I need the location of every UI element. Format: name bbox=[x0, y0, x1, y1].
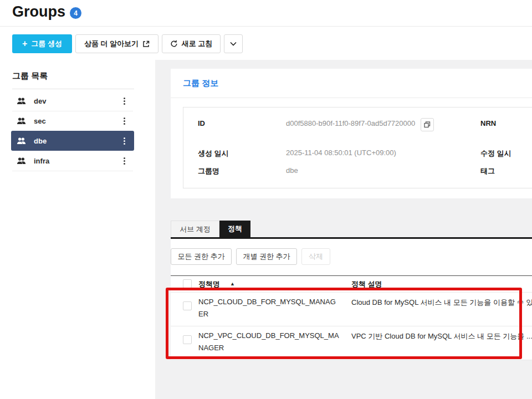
row-separator bbox=[171, 292, 532, 293]
group-info-card: 그룹 정보 ID d00f5880-b90f-11f0-89f7-0ad5d77… bbox=[171, 69, 532, 198]
page-title: Groups bbox=[12, 3, 65, 21]
modified-label: 수정 일시 bbox=[480, 149, 511, 158]
group-icon bbox=[17, 156, 26, 166]
group-list-title: 그룹 목록 bbox=[12, 71, 48, 81]
select-all-checkbox[interactable] bbox=[183, 279, 192, 288]
created-value: 2025-11-04 08:50:01 (UTC+09:00) bbox=[286, 149, 396, 157]
refresh-label: 새로 고침 bbox=[182, 39, 213, 49]
group-item-label: infra bbox=[34, 157, 120, 165]
tab-sub-account[interactable]: 서브 계정 bbox=[171, 221, 219, 237]
group-name-value: dbe bbox=[286, 166, 298, 175]
sidebar-item-infra[interactable]: infra bbox=[11, 151, 134, 171]
group-icon bbox=[17, 116, 26, 126]
card-divider bbox=[171, 98, 532, 98]
external-link-icon bbox=[142, 40, 150, 48]
group-icon bbox=[17, 136, 26, 146]
created-label: 생성 일시 bbox=[198, 149, 229, 158]
plus-icon: + bbox=[22, 39, 27, 48]
policy-panel: 모든 권한 추가 개별 권한 추가 삭제 정책명 ▲ 정책 설명 NCP_CLO… bbox=[171, 239, 532, 360]
copy-id-button[interactable] bbox=[421, 118, 434, 131]
kebab-menu-icon[interactable] bbox=[120, 96, 129, 106]
refresh-button[interactable]: 새로 고침 bbox=[162, 34, 221, 53]
id-value: d00f5880-b90f-11f0-89f7-0ad5d7720000 bbox=[286, 119, 415, 127]
kebab-menu-icon[interactable] bbox=[120, 116, 129, 126]
policy-desc-cell: Cloud DB for MySQL 서비스 내 모든 기능을 이용할 수 있.… bbox=[351, 298, 532, 308]
more-actions-button[interactable] bbox=[224, 34, 243, 53]
group-icon bbox=[17, 96, 26, 106]
group-info-box: ID d00f5880-b90f-11f0-89f7-0ad5d7720000 … bbox=[183, 107, 532, 188]
row-checkbox[interactable] bbox=[183, 335, 192, 344]
policy-name-cell: NCP_VPC_CLOUD_DB_FOR_MYSQL_MANAGER bbox=[198, 330, 340, 354]
row-separator bbox=[171, 326, 532, 326]
row-checkbox[interactable] bbox=[183, 301, 192, 310]
learn-more-button[interactable]: 상품 더 알아보기 bbox=[75, 34, 158, 53]
group-item-label: dev bbox=[34, 97, 120, 105]
id-label: ID bbox=[198, 119, 205, 127]
row-separator bbox=[171, 360, 532, 360]
header-divider bbox=[0, 26, 532, 27]
kebab-menu-icon[interactable] bbox=[120, 136, 129, 146]
sidebar-divider bbox=[12, 89, 134, 89]
item-separator bbox=[12, 171, 133, 171]
create-group-button[interactable]: + 그룹 생성 bbox=[12, 34, 72, 53]
create-group-label: 그룹 생성 bbox=[31, 39, 62, 49]
sidebar-item-sec[interactable]: sec bbox=[11, 111, 134, 131]
policy-desc-cell: VPC 기반 Cloud DB for MySQL 서비스 내 모든 기능을 .… bbox=[351, 331, 532, 341]
table-top-border bbox=[171, 275, 532, 276]
policy-name-cell: NCP_CLOUD_DB_FOR_MYSQL_MANAGER bbox=[198, 296, 340, 320]
learn-more-label: 상품 더 알아보기 bbox=[84, 39, 139, 49]
add-all-permissions-button[interactable]: 모든 권한 추가 bbox=[171, 248, 232, 265]
chevron-down-icon bbox=[230, 42, 237, 46]
tag-label: 태그 bbox=[480, 166, 495, 176]
tab-policy[interactable]: 정책 bbox=[219, 221, 250, 237]
delete-button[interactable]: 삭제 bbox=[301, 248, 330, 265]
kebab-menu-icon[interactable] bbox=[120, 156, 129, 166]
add-individual-permission-button[interactable]: 개별 권한 추가 bbox=[236, 248, 297, 265]
nrn-label: NRN bbox=[480, 119, 496, 127]
column-header-policy-name[interactable]: 정책명 bbox=[198, 279, 220, 289]
group-info-title: 그룹 정보 bbox=[183, 78, 218, 89]
sidebar-item-dev[interactable]: dev bbox=[11, 91, 134, 111]
sort-asc-icon[interactable]: ▲ bbox=[230, 281, 235, 287]
group-item-label: sec bbox=[34, 117, 120, 125]
refresh-icon bbox=[170, 40, 178, 48]
column-header-policy-desc: 정책 설명 bbox=[351, 279, 382, 289]
group-name-label: 그룹명 bbox=[198, 166, 219, 176]
group-list-sidebar: 그룹 목록 dev sec dbe infra bbox=[0, 60, 155, 399]
sidebar-item-dbe[interactable]: dbe bbox=[11, 131, 134, 151]
group-count-badge: 4 bbox=[70, 7, 81, 19]
group-item-label: dbe bbox=[34, 137, 120, 145]
